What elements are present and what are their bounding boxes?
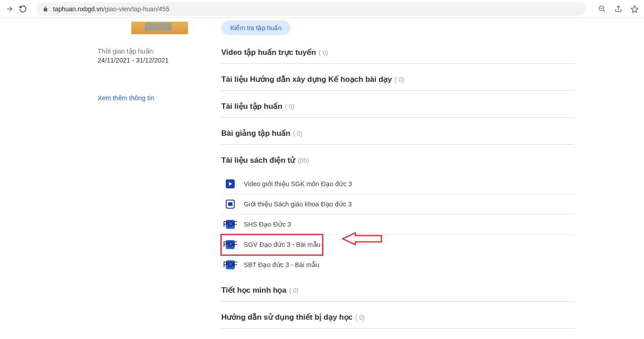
section-count: ( 0): [319, 49, 328, 56]
section-count: ( 0): [285, 103, 295, 110]
main-content: Kiểm tra tập huấn Video tập huấn trực tu…: [221, 20, 644, 339]
address-bar[interactable]: taphuan.nxbgd.vn/giao-vien/tap-huan/455: [36, 2, 586, 16]
training-time-label: Thời gian tập huấn:: [98, 48, 200, 55]
page-content: Thời gian tập huấn: 24/11/2021 - 31/12/2…: [0, 18, 644, 339]
section-count: ( 0): [395, 76, 404, 83]
section-title: Tài liệu sách điện tử: [221, 156, 295, 165]
forward-arrow-icon[interactable]: [5, 5, 13, 13]
star-icon[interactable]: [631, 5, 639, 13]
browser-actions: [598, 5, 639, 13]
section-title: Hướng dẫn sử dụng thiết bị dạy học: [221, 312, 353, 322]
section-count: ( 0): [289, 287, 299, 294]
section-title: Video tập huấn trực tuyến: [221, 48, 316, 57]
resource-label: SGV Đạo đức 3 - Bài mẫu: [244, 241, 321, 248]
resource-label: Giới thiệu Sách giáo khoa Đạo đức 3: [244, 201, 352, 208]
slide-icon: [226, 200, 235, 209]
lock-icon: [42, 6, 49, 12]
resource-list: Video giới thiệu SGK môn Đạo đức 3 Giới …: [221, 174, 574, 275]
video-icon: [226, 179, 235, 188]
training-time-value: 24/11/2021 - 31/12/2021: [98, 57, 200, 64]
url-domain: taphuan.nxbgd.vn: [53, 5, 103, 13]
resource-label: SHS Đạo Đức 3: [244, 221, 291, 228]
url-path: /giao-vien/tap-huan/455: [103, 5, 169, 13]
resource-label: SBT Đạo đức 3 - Bài mẫu: [244, 261, 319, 268]
resource-item-sgv[interactable]: PDF SGV Đạo đức 3 - Bài mẫu: [221, 235, 322, 255]
course-thumbnail[interactable]: [131, 22, 188, 34]
resource-item-slide-intro[interactable]: Giới thiệu Sách giáo khoa Đạo đức 3: [221, 194, 574, 214]
resource-item-video-intro[interactable]: Video giới thiệu SGK môn Đạo đức 3: [221, 174, 574, 194]
reload-icon[interactable]: [19, 5, 27, 13]
pdf-icon: PDF: [226, 260, 235, 269]
section-training-lectures[interactable]: Bài giảng tập huấn ( 0): [221, 129, 574, 145]
section-count: (05): [298, 157, 309, 164]
view-more-link[interactable]: Xem thêm thông tin: [98, 94, 200, 102]
resource-item-shs[interactable]: PDF SHS Đạo Đức 3: [221, 214, 574, 235]
browser-toolbar: taphuan.nxbgd.vn/giao-vien/tap-huan/455: [0, 0, 644, 18]
share-icon[interactable]: [614, 5, 622, 13]
section-count: ( 0): [355, 314, 365, 321]
section-count: ( 0): [293, 130, 303, 137]
url-text: taphuan.nxbgd.vn/giao-vien/tap-huan/455: [53, 5, 169, 13]
section-title: Tài liệu tập huấn: [221, 102, 282, 111]
section-title: Tài liệu Hướng dẫn xây dựng Kế hoạch bài…: [221, 75, 392, 84]
section-title: Bài giảng tập huấn: [221, 129, 291, 138]
section-demo-lesson[interactable]: Tiết học minh họa ( 0): [221, 285, 574, 302]
pdf-icon: PDF: [226, 220, 235, 229]
section-training-materials[interactable]: Tài liệu tập huấn ( 0): [221, 102, 574, 118]
section-ebook-materials: Tài liệu sách điện tử (05) Video giới th…: [221, 156, 574, 275]
pdf-icon: PDF: [226, 240, 235, 249]
section-video-training[interactable]: Video tập huấn trực tuyến ( 0): [221, 48, 574, 64]
section-lesson-plan-guide[interactable]: Tài liệu Hướng dẫn xây dựng Kế hoạch bài…: [221, 75, 574, 91]
exam-check-button[interactable]: Kiểm tra tập huấn: [221, 21, 291, 35]
resource-label: Video giới thiệu SGK môn Đạo đức 3: [244, 180, 352, 187]
section-title: Tiết học minh họa: [221, 285, 286, 295]
section-equipment-guide[interactable]: Hướng dẫn sử dụng thiết bị dạy học ( 0): [221, 312, 574, 329]
resource-item-sbt[interactable]: PDF SBT Đạo đức 3 - Bài mẫu: [221, 255, 574, 275]
sidebar: Thời gian tập huấn: 24/11/2021 - 31/12/2…: [0, 20, 221, 339]
zoom-icon[interactable]: [598, 5, 606, 13]
